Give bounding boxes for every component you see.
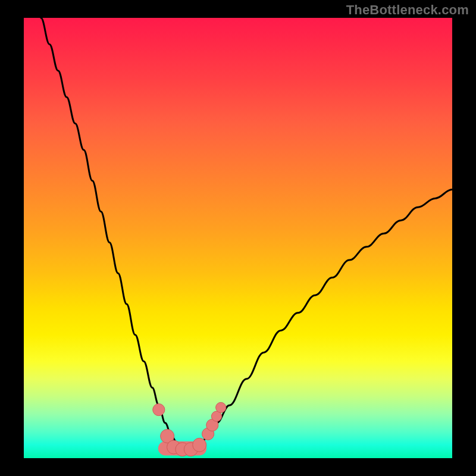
curve-marker <box>193 438 206 452</box>
curve-marker <box>153 404 165 416</box>
watermark-text: TheBottleneck.com <box>346 2 469 18</box>
chart-svg <box>24 18 452 458</box>
chart-frame: TheBottleneck.com <box>0 0 476 476</box>
bottleneck-curve <box>41 18 452 449</box>
curve-marker <box>216 402 226 412</box>
plot-area <box>24 18 452 458</box>
